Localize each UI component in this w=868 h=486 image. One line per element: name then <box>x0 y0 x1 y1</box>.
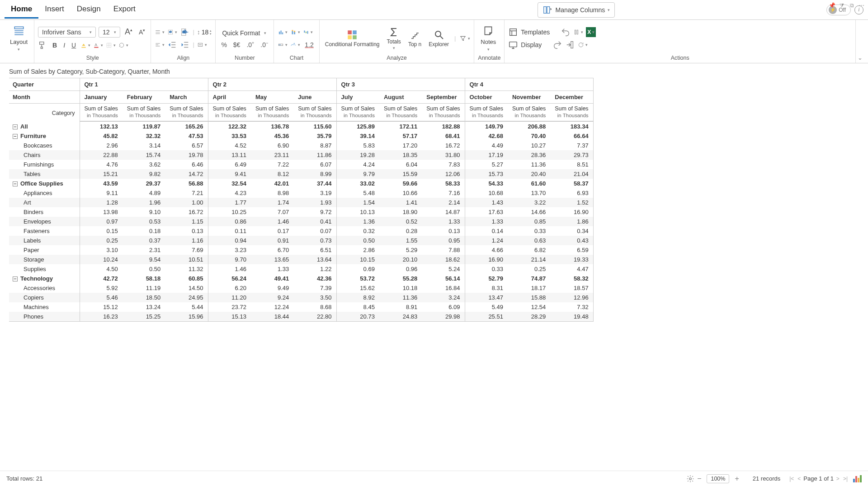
row-label[interactable]: Chairs <box>9 150 80 160</box>
cell[interactable]: 18.44 <box>251 312 293 322</box>
cell[interactable]: 6.82 <box>508 245 550 255</box>
table-row[interactable]: Supplies4.500.5011.321.461.331.220.690.9… <box>9 264 593 274</box>
cell[interactable]: 0.63 <box>508 236 550 245</box>
table-row[interactable]: Art1.281.961.001.771.741.931.541.412.141… <box>9 198 593 207</box>
table-row[interactable]: Machines15.1213.245.4423.7212.248.688.45… <box>9 302 593 312</box>
table-row[interactable]: −Technology42.7258.1860.8556.2449.4142.3… <box>9 274 593 283</box>
cell[interactable]: 32.32 <box>123 131 165 141</box>
table-row[interactable]: Chairs22.8815.7419.7813.1123.1111.8619.2… <box>9 150 593 160</box>
cell[interactable]: 4.76 <box>80 160 123 169</box>
cell[interactable]: 11.36 <box>508 160 550 169</box>
cell[interactable]: 1.33 <box>251 264 293 274</box>
cell[interactable]: 53.72 <box>336 274 379 283</box>
cell[interactable]: 5.48 <box>336 188 379 198</box>
cell[interactable]: 9.82 <box>123 169 165 179</box>
cell[interactable]: 6.09 <box>422 302 465 312</box>
cell[interactable]: 10.66 <box>379 188 422 198</box>
row-label[interactable]: Accessories <box>9 283 80 293</box>
cell[interactable]: 6.20 <box>208 283 251 293</box>
cell[interactable]: 14.87 <box>422 207 465 217</box>
cell[interactable]: 5.92 <box>80 283 123 293</box>
row-label[interactable]: Storage <box>9 255 80 264</box>
cell[interactable]: 1.33 <box>465 217 508 226</box>
cell[interactable]: 54.33 <box>465 179 508 188</box>
row-label[interactable]: Phones <box>9 312 80 322</box>
row-label[interactable]: Art <box>9 198 80 207</box>
cell[interactable]: 1.55 <box>379 236 422 245</box>
cell[interactable]: 15.12 <box>80 302 123 312</box>
cell[interactable]: 16.23 <box>80 312 123 322</box>
increase-font-button[interactable]: A▴ <box>123 27 134 37</box>
filter-small-icon[interactable]: ⧩ <box>838 2 845 9</box>
row-label[interactable]: Tables <box>9 169 80 179</box>
notes-button[interactable]: Notes ▾ <box>478 25 499 52</box>
cell[interactable]: 10.18 <box>379 283 422 293</box>
percent-button[interactable]: % <box>219 41 228 48</box>
row-label[interactable]: Copiers <box>9 293 80 302</box>
cell[interactable]: 29.73 <box>550 150 593 160</box>
cell[interactable]: 60.85 <box>165 274 208 283</box>
cell[interactable]: 8.92 <box>336 293 379 302</box>
row-label[interactable]: Envelopes <box>9 217 80 226</box>
totals-button[interactable]: Totals ▾ <box>385 27 403 50</box>
cell[interactable]: 1.77 <box>208 198 251 207</box>
cell[interactable]: 4.49 <box>465 141 508 150</box>
table-row[interactable]: −All132.13119.87165.26122.32136.78115.60… <box>9 121 593 131</box>
cell[interactable]: 31.80 <box>422 150 465 160</box>
cell[interactable]: 1.86 <box>550 217 593 226</box>
cell[interactable]: 0.50 <box>123 264 165 274</box>
explorer-button[interactable]: Explorer <box>427 29 451 48</box>
cell[interactable]: 29.98 <box>422 312 465 322</box>
cell[interactable]: 4.23 <box>208 188 251 198</box>
cell[interactable]: 19.78 <box>165 150 208 160</box>
cell[interactable]: 2.96 <box>80 141 123 150</box>
row-label[interactable]: Paper <box>9 245 80 255</box>
cell[interactable]: 0.13 <box>422 226 465 236</box>
cell[interactable]: 0.50 <box>336 236 379 245</box>
cell[interactable]: 0.25 <box>508 264 550 274</box>
cell[interactable]: 42.68 <box>465 131 508 141</box>
cell[interactable]: 8.51 <box>550 160 593 169</box>
table-row[interactable]: Copiers5.4618.5024.9511.209.243.508.9211… <box>9 293 593 302</box>
cell[interactable]: 10.68 <box>465 188 508 198</box>
month-jan[interactable]: January <box>80 91 123 104</box>
cell[interactable]: 115.60 <box>293 121 336 131</box>
cell[interactable]: 12.24 <box>251 302 293 312</box>
decrease-font-button[interactable]: A▾ <box>137 28 147 36</box>
cell[interactable]: 25.51 <box>465 312 508 322</box>
cell[interactable]: 8.68 <box>293 302 336 312</box>
cell[interactable]: 6.70 <box>251 245 293 255</box>
font-size-select[interactable]: 12▾ <box>99 27 120 38</box>
bold-button[interactable]: B <box>51 42 59 49</box>
cell[interactable]: 10.15 <box>336 255 379 264</box>
cell[interactable]: 9.24 <box>251 293 293 302</box>
cell[interactable]: 5.46 <box>80 293 123 302</box>
cell[interactable]: 1.96 <box>123 198 165 207</box>
cell[interactable]: 0.95 <box>422 236 465 245</box>
decrease-indent-button[interactable] <box>167 40 177 50</box>
cell[interactable]: 12.54 <box>508 302 550 312</box>
table-row[interactable]: Furnishings4.763.626.466.497.226.074.246… <box>9 160 593 169</box>
cell[interactable]: 13.65 <box>251 255 293 264</box>
cell[interactable]: 55.28 <box>379 274 422 283</box>
cell[interactable]: 1.28 <box>80 198 123 207</box>
table-row[interactable]: Accessories5.9211.1914.506.209.497.3915.… <box>9 283 593 293</box>
table-row[interactable]: Paper3.102.317.693.236.706.512.865.297.8… <box>9 245 593 255</box>
cell[interactable]: 7.16 <box>422 188 465 198</box>
more-icon[interactable]: ⋯ <box>858 2 865 9</box>
cell[interactable]: 9.79 <box>336 169 379 179</box>
reset-format-button[interactable] <box>118 40 128 50</box>
cell[interactable]: 1.24 <box>465 236 508 245</box>
export-excel-button[interactable]: X <box>586 27 596 37</box>
bullet-chart-button[interactable] <box>278 40 288 50</box>
cell[interactable]: 56.14 <box>422 274 465 283</box>
month-sep[interactable]: September <box>422 91 465 104</box>
cell[interactable]: 20.73 <box>336 312 379 322</box>
table-row[interactable]: Appliances9.114.897.214.238.983.195.4810… <box>9 188 593 198</box>
cell[interactable]: 7.22 <box>251 160 293 169</box>
cell[interactable]: 17.20 <box>379 141 422 150</box>
cell[interactable]: 0.32 <box>336 226 379 236</box>
cell[interactable]: 0.96 <box>379 264 422 274</box>
qtr4-header[interactable]: Qtr 4 <box>465 78 593 91</box>
cell[interactable]: 3.14 <box>123 141 165 150</box>
